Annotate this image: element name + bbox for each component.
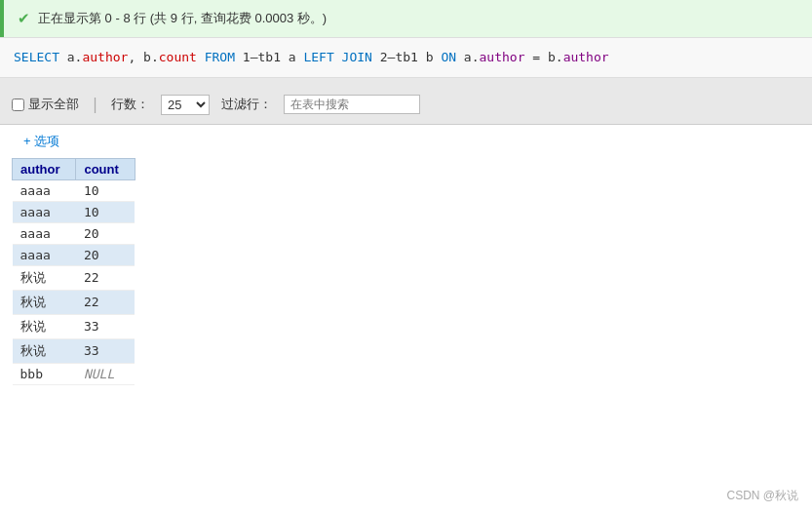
row-count-select[interactable]: 25 50 100 [161,95,210,115]
cell-author: 秋说 [13,265,76,290]
sql-select: SELECT [14,50,59,64]
main-container: ✔ 正在显示第 0 - 8 行 (共 9 行, 查询花费 0.0003 秒。) … [0,0,812,514]
cell-author: aaaa [13,179,76,201]
cell-count: 20 [76,244,135,265]
divider: | [91,96,99,113]
cell-author: 秋说 [13,314,76,338]
table-row: aaaa10 [13,201,135,222]
table-row: aaaa20 [13,222,135,244]
show-all-text: 显示全部 [28,96,79,113]
spacer [0,78,812,86]
cell-author: bbb [13,363,76,384]
show-all-label[interactable]: 显示全部 [12,96,79,113]
table-row: 秋说22 [13,290,135,314]
toolbar: 显示全部 | 行数： 25 50 100 过滤行： [0,86,812,125]
cell-author: 秋说 [13,290,76,314]
show-all-checkbox[interactable] [12,99,24,111]
table-row: aaaa10 [13,179,135,201]
cell-count: 22 [76,265,135,290]
success-bar: ✔ 正在显示第 0 - 8 行 (共 9 行, 查询花费 0.0003 秒。) [0,0,812,37]
cell-count: 22 [76,290,135,314]
cell-author: aaaa [13,201,76,222]
cell-count: NULL [76,363,135,384]
cell-author: 秋说 [13,338,76,363]
footer-credit: CSDN @秋说 [726,488,798,504]
options-link[interactable]: + 选项 [12,129,800,154]
table-wrapper: author count aaaa10aaaa10aaaa20aaaa20秋说2… [0,158,812,385]
cell-count: 33 [76,338,135,363]
table-row: 秋说33 [13,314,135,338]
cell-count: 10 [76,179,135,201]
cell-count: 10 [76,201,135,222]
table-row: aaaa20 [13,244,135,265]
table-row: 秋说33 [13,338,135,363]
cell-count: 33 [76,314,135,338]
data-table: author count aaaa10aaaa10aaaa20aaaa20秋说2… [12,158,135,385]
sql-area: SELECT a.author, b.count FROM 1—tb1 a LE… [0,37,812,78]
filter-input[interactable] [284,95,420,114]
cell-author: aaaa [13,222,76,244]
filter-label: 过滤行： [221,96,272,113]
row-count-label: 行数： [111,96,149,113]
cell-count: 20 [76,222,135,244]
cell-author: aaaa [13,244,76,265]
table-row: bbbNULL [13,363,135,384]
col-author: author [13,158,76,179]
col-count: count [76,158,135,179]
success-icon: ✔ [18,10,30,27]
options-row: + 选项 [0,125,812,158]
table-row: 秋说22 [13,265,135,290]
success-message: 正在显示第 0 - 8 行 (共 9 行, 查询花费 0.0003 秒。) [38,10,327,27]
